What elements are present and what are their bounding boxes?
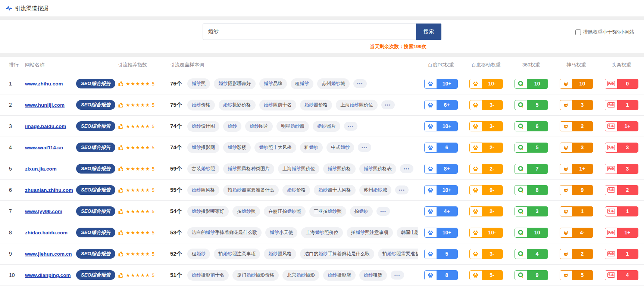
keyword-tag[interactable]: 租婚纱 (300, 142, 323, 153)
toutiao-logo-icon: 头条 (605, 228, 617, 237)
keyword-tag[interactable]: 北京婚纱摄影 (282, 270, 319, 281)
seo-report-button[interactable]: SEO综合报告 (76, 100, 115, 110)
exclude-low-weight-filter[interactable]: 排除权重小于5的小网站 (575, 29, 634, 35)
keyword-count: 75个 (170, 102, 182, 109)
keyword-tag[interactable]: 婚纱照价格 (323, 163, 356, 174)
keyword-tag[interactable]: 厦门婚纱摄影价格 (232, 270, 279, 281)
keyword-tag[interactable]: 苏州婚纱城 (359, 185, 392, 196)
site-link[interactable]: zixun.jia.com (25, 166, 57, 172)
rating: ★★★★★ 5 (118, 230, 170, 236)
keyword-tag[interactable]: 婚纱照价格表 (359, 163, 396, 174)
seo-report-button[interactable]: SEO综合报告 (76, 206, 115, 216)
baidu-mobile-paw-icon (470, 271, 482, 280)
keyword-tag[interactable]: 上海婚纱照价位 (301, 227, 343, 238)
site-link[interactable]: image.baidu.com (25, 124, 66, 129)
more-keywords-button[interactable]: ••• (400, 164, 413, 173)
keyword-tag[interactable]: 婚纱影楼 (223, 142, 251, 153)
baidu-mobile-weight-value: 9- (482, 185, 503, 195)
more-keywords-button[interactable]: ••• (344, 122, 357, 131)
site-link[interactable]: zhidao.baidu.com (25, 230, 68, 235)
more-keywords-button[interactable]: ••• (395, 185, 409, 194)
site-link[interactable]: www.wed114.cn (25, 145, 63, 150)
keyword-tag[interactable]: 拍婚纱照需要准备什么 (378, 249, 418, 259)
keyword-tag[interactable]: 婚纱摄影价格 (219, 100, 256, 110)
more-keywords-button[interactable]: ••• (391, 271, 404, 280)
site-link[interactable]: www.dianping.com (25, 272, 71, 278)
keyword-tag[interactable]: 婚纱图片 (245, 121, 273, 132)
more-keywords-button[interactable]: ••• (381, 100, 395, 109)
keyword-tag[interactable]: 婚纱摄影网 (187, 142, 220, 153)
keyword-tag[interactable]: 婚纱价格 (187, 100, 215, 110)
keyword-tag[interactable]: 明星婚纱照 (276, 121, 309, 132)
keyword-tag[interactable]: 婚纱 (223, 121, 241, 132)
keyword-tag[interactable]: 婚纱摄影哪家好 (214, 78, 256, 89)
seo-report-button[interactable]: SEO综合报告 (76, 164, 115, 174)
site-link[interactable]: www.lyy99.com (25, 209, 62, 214)
more-keywords-button[interactable]: ••• (353, 79, 367, 88)
seo-report-button[interactable]: SEO综合报告 (76, 185, 115, 195)
baidu-pc-weight-value: 5 (437, 249, 457, 259)
keyword-tag[interactable]: 三亚拍婚纱照 (309, 206, 346, 217)
keyword-tag[interactable]: 拍婚纱照注意事项 (347, 227, 393, 238)
keyword-tag[interactable]: 婚纱设计图 (187, 121, 220, 132)
keyword-tag[interactable]: 租婚纱 (187, 249, 210, 259)
keyword-tag[interactable]: 婚纱摄影店 (323, 270, 356, 281)
keyword-tag[interactable]: 拍婚纱照需要准备什么 (223, 185, 279, 196)
thumb-up-icon (118, 166, 124, 172)
baidu-paw-icon (425, 143, 437, 152)
shenma-weight-value: 2 (572, 249, 593, 259)
site-link[interactable]: www.zhihu.com (25, 81, 63, 87)
search-input[interactable] (203, 24, 416, 40)
keyword-tag[interactable]: 婚纱照风格种类图片 (223, 163, 274, 174)
seo-report-button[interactable]: SEO综合报告 (76, 121, 115, 131)
baidu-mobile-paw-icon (470, 207, 482, 216)
more-keywords-button[interactable]: ••• (376, 207, 390, 216)
keyword-tag[interactable]: 在丽江拍婚纱照 (264, 206, 306, 217)
keyword-count: 51个 (170, 272, 182, 279)
keyword-tag[interactable]: 婚纱摄影哪家好 (187, 206, 229, 217)
seo-report-button[interactable]: SEO综合报告 (76, 249, 115, 259)
table-row: 1 www.zhihu.com SEO综合报告 ★★★★★ 5 76个 婚纱照婚… (0, 73, 644, 94)
keyword-tag[interactable]: 苏州婚纱城 (317, 78, 350, 89)
table-header-row: 排行 网站名称 引流推荐指数 引流覆盖样本词 百度PC权重 百度移动权重 360… (0, 57, 644, 73)
keyword-tag[interactable]: 婚纱照 (187, 78, 210, 89)
keyword-tag[interactable]: 上海婚纱照价位 (278, 163, 320, 174)
exclude-low-weight-checkbox[interactable] (575, 29, 581, 35)
rating-score: 5 (152, 81, 154, 87)
more-keywords-button[interactable]: ••• (358, 143, 371, 152)
keyword-tag[interactable]: 洁白的婚纱手捧着鲜花是什么歌 (187, 227, 262, 238)
seo-report-button[interactable]: SEO综合报告 (76, 79, 115, 88)
site-link[interactable]: www.jiehun.com.cn (25, 251, 72, 257)
keyword-tag[interactable]: 婚纱照前十名 (259, 100, 296, 110)
keyword-tag[interactable]: 古装婚纱照 (187, 163, 220, 174)
keyword-tag[interactable]: 婚纱租赁 (359, 270, 387, 281)
weight-360-value: 4 (527, 249, 548, 259)
keyword-tag[interactable]: 婚纱照风格 (264, 249, 296, 259)
keyword-tag[interactable]: 婚纱照片 (313, 121, 340, 132)
keyword-tag[interactable]: 韩国电影婚纱 (397, 227, 418, 238)
site-link[interactable]: zhuanlan.zhihu.com (25, 187, 73, 193)
seo-report-button[interactable]: SEO综合报告 (76, 228, 115, 237)
keyword-tag[interactable]: 拍婚纱 (350, 206, 373, 217)
keyword-tag[interactable]: 洁白的婚纱手捧着鲜花是什么歌 (300, 249, 374, 259)
seo-report-button[interactable]: SEO综合报告 (76, 143, 115, 152)
shenma-icon (560, 143, 572, 152)
keyword-tag[interactable]: 婚纱小天使 (265, 227, 298, 238)
keyword-tag[interactable]: 拍婚纱照注意事项 (214, 249, 260, 259)
search-button[interactable]: 搜索 (416, 24, 441, 40)
keyword-tag[interactable]: 婚纱照十大风格 (254, 142, 296, 153)
weight-360-badge: 10 (515, 228, 548, 238)
keyword-tag[interactable]: 婚纱品牌 (259, 78, 287, 89)
keyword-tag[interactable]: 中式婚纱 (326, 142, 354, 153)
baidu-mobile-weight-value: 3- (482, 249, 503, 259)
keyword-tag[interactable]: 租婚纱 (291, 78, 314, 89)
keyword-tag[interactable]: 婚纱照价格 (300, 100, 332, 110)
keyword-tag[interactable]: 拍婚纱照 (232, 206, 260, 217)
keyword-tag[interactable]: 婚纱摄影前十名 (187, 270, 229, 281)
keyword-tag[interactable]: 婚纱价格 (282, 185, 310, 196)
keyword-tag[interactable]: 婚纱照十大风格 (314, 185, 356, 196)
site-link[interactable]: www.hunliji.com (25, 102, 65, 108)
seo-report-button[interactable]: SEO综合报告 (76, 270, 115, 280)
keyword-tag[interactable]: 婚纱照风格 (187, 185, 220, 196)
keyword-tag[interactable]: 上海婚纱照价位 (336, 100, 378, 110)
